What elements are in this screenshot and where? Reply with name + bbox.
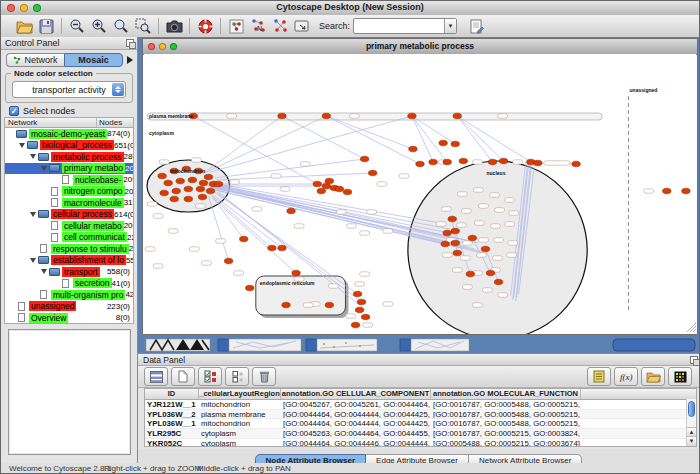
expander-icon[interactable] [29,256,38,265]
file-icon [51,187,58,196]
import-table-button[interactable] [465,16,487,36]
table-cell: cytoplasm [199,429,281,438]
create-network-button[interactable] [225,16,247,36]
tree-row[interactable]: metabolic process280(0) [5,151,133,163]
zoom-selected-region-button[interactable] [132,16,154,36]
new-attribute-button[interactable] [171,367,195,386]
tree-row-count: 22(0) [127,233,134,242]
table-row[interactable]: YPL036W__1mitochondrion[GO:0044464, GO:0… [145,419,696,429]
node-color-selection-group: Node color selection transporter activit… [5,73,133,103]
tree-row[interactable]: primary metabo209(... [5,163,133,175]
scrollbar-thumb[interactable] [688,401,695,417]
folder-icon [38,210,49,218]
unselect-all-button[interactable] [225,367,249,386]
table-cell: [GO:0016787, GO:0005488, GO:0005215, G..… [431,400,581,409]
tree-row[interactable]: nitrogen compo209(0) [5,186,133,198]
open-session-button[interactable] [13,16,35,36]
tree-row[interactable]: transport558(0) [5,266,133,278]
function-builder-button[interactable]: f(x) [614,367,638,386]
select-attributes-button[interactable] [144,367,168,386]
expander-icon[interactable] [29,152,38,161]
tree-row[interactable]: Overview8(0) [5,312,133,324]
tree-row[interactable]: nucleobase-209(0) [5,174,133,186]
folder-icon [49,268,60,276]
tree-row[interactable]: response to stimulu264(0) [5,243,133,255]
table-row[interactable]: YPL036W__2plasma membrane[GO:0044464, GO… [145,410,696,420]
delete-attribute-button[interactable] [252,367,276,386]
save-session-button[interactable] [35,16,57,36]
attribute-list-button[interactable] [587,367,611,386]
table-scrollbar[interactable]: ▲ ▼ [686,399,696,446]
tree-row[interactable]: establishment of lo558(0) [5,255,133,267]
select-nodes-checkbox[interactable]: ✓ [9,106,19,116]
table-row[interactable]: YKR052Ccytoplasm[GO:0044464, GO:0044446,… [145,439,696,447]
select-all-button[interactable] [198,367,222,386]
status-text: Middle-click + drag to PAN [197,464,291,473]
window-title: Cytoscape Desktop (New Session) [1,2,699,12]
tree-header-network[interactable]: Network [5,118,97,127]
tree-row[interactable]: cell communicat22(0) [5,232,133,244]
network-tree: mosaic-demo-yeast874(0)biological_proces… [4,128,134,324]
network-canvas[interactable]: plasma membrane cytoplasm mitochondrion … [144,54,696,333]
network-view-window[interactable]: primary metabolic process plasma me [142,38,698,335]
tree-row-count: 874(0) [107,129,133,138]
tree-row[interactable]: unassigned223(0) [5,301,133,313]
tree-row[interactable]: cellular process614(0) [5,209,133,221]
expander-icon[interactable] [40,164,49,173]
expander-icon [29,290,38,299]
float-panel-icon[interactable] [126,39,134,47]
help-button[interactable] [194,16,216,36]
tree-row-label: response to stimulu [51,244,129,254]
tree-row[interactable]: secretion41(0) [5,278,133,290]
svg-text:f(x): f(x) [620,372,633,382]
expander-icon [29,244,38,253]
network-snapshot-button[interactable] [163,16,185,36]
expander-icon[interactable] [40,267,49,276]
network-desktop: primary metabolic process plasma me [138,37,700,353]
data-panel: Data Panel f(x) [138,353,700,449]
tree-row-count: 223(0) [107,302,133,311]
tab-network[interactable]: Network [6,53,64,67]
column-header-region[interactable]: _cellularLayoutRegion [199,389,281,399]
edit-nodes-button[interactable]: N [247,16,269,36]
column-header-cellular-component[interactable]: annotation.GO CELLULAR_COMPONENT [281,389,431,399]
birdseye-view[interactable] [8,329,131,455]
select-nodes-row: ✓ Select nodes [9,105,75,117]
column-header-molecular-function[interactable]: annotation.GO MOLECULAR_FUNCTION [431,389,581,399]
tree-row-count: 280(0) [124,152,134,161]
import-attributes-button[interactable] [641,367,665,386]
scroll-down-arrow[interactable]: ▼ [687,436,696,446]
search-input[interactable] [354,21,444,32]
tree-row[interactable]: cellular metabo209(0) [5,220,133,232]
zoom-out-button[interactable] [66,16,88,36]
search-dropdown-button[interactable]: ▼ [444,19,456,33]
minimized-window-1 [146,339,210,351]
tree-row[interactable]: biological_process651(0) [5,140,133,152]
minimized-windows-strip[interactable] [138,336,700,353]
folder-icon [16,130,27,138]
tree-row[interactable]: mosaic-demo-yeast874(0) [5,128,133,140]
expander-icon[interactable] [29,210,38,219]
more-tabs-arrow[interactable] [127,56,133,64]
zoom-in-button[interactable] [88,16,110,36]
tree-row[interactable]: macromolecule311(0) [5,197,133,209]
data-panel-toolbar: f(x) [138,366,700,388]
float-panel-icon[interactable] [690,356,698,364]
table-cell: [GO:0044464, GO:0044444, GO:0044425, G..… [281,410,431,419]
node-color-dropdown[interactable]: transporter activity [12,81,126,98]
edit-edges-button[interactable] [269,16,291,36]
annotation-button[interactable] [291,16,313,36]
table-row[interactable]: YJR121W__1mitochondrion[GO:0045267, GO:0… [145,400,696,410]
table-row[interactable]: YLR295Ccytoplasm[GO:0045263, GO:0044464,… [145,429,696,439]
column-header-id[interactable]: ID [145,389,199,399]
expander-icon[interactable] [18,141,27,150]
expander-icon [7,129,16,138]
zoom-fit-button[interactable] [110,16,132,36]
tree-row[interactable]: multi-organism pro42(0) [5,289,133,301]
tree-header-nodes[interactable]: Nodes [97,118,133,127]
tab-mosaic[interactable]: Mosaic [64,53,123,67]
file-icon [40,290,47,299]
heatmap-button[interactable] [668,367,692,386]
network-window-titlebar[interactable]: primary metabolic process [143,39,697,55]
tree-row-label: establishment of lo [51,255,126,265]
